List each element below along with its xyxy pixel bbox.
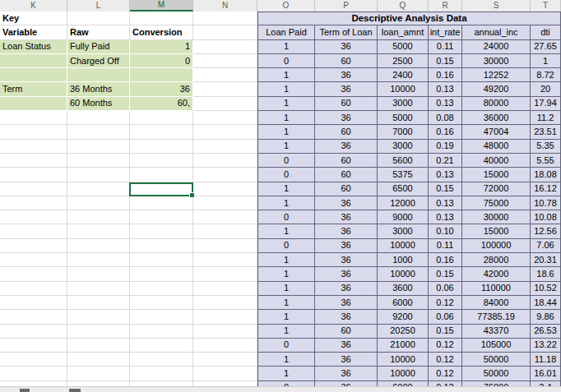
- column-header-Q[interactable]: Q: [378, 0, 429, 12]
- cell-K25[interactable]: [0, 353, 67, 367]
- cell-Q4[interactable]: 2500: [378, 54, 429, 68]
- cell-L16[interactable]: [67, 224, 130, 238]
- cell-R7[interactable]: 0.13: [429, 97, 462, 111]
- cell-L25[interactable]: [67, 353, 130, 367]
- cell-M10[interactable]: [130, 140, 193, 154]
- cell-Q24[interactable]: 21000: [378, 339, 429, 353]
- cell-S13[interactable]: 72000: [462, 182, 531, 196]
- cell-M9[interactable]: [130, 125, 193, 139]
- cell-T26[interactable]: 16.01: [531, 367, 561, 380]
- cell-R6[interactable]: 0.13: [429, 82, 462, 96]
- cell-M21[interactable]: [130, 296, 193, 310]
- cell-P3[interactable]: 36: [315, 40, 378, 54]
- cell-N16[interactable]: [193, 224, 257, 238]
- column-header-L[interactable]: L: [67, 0, 130, 12]
- column-header-O[interactable]: O: [257, 0, 315, 12]
- cell-K8[interactable]: [0, 111, 67, 125]
- cell-P14[interactable]: 36: [315, 196, 378, 210]
- cell-L15[interactable]: [67, 210, 130, 224]
- cell-L10[interactable]: [67, 140, 130, 154]
- cell-O4[interactable]: 0: [257, 54, 315, 68]
- cell-Q8[interactable]: 5000: [378, 111, 429, 125]
- cell-L3[interactable]: Fully Paid: [67, 40, 130, 54]
- cell-O5[interactable]: 1: [257, 68, 315, 82]
- cell-O15[interactable]: 0: [257, 210, 315, 224]
- column-header-N[interactable]: N: [193, 0, 257, 12]
- table-header-Loan Paid[interactable]: Loan Paid: [257, 25, 315, 39]
- cell-R25[interactable]: 0.12: [429, 353, 462, 367]
- cell-L4[interactable]: Charged Off: [67, 54, 130, 68]
- cell-M1[interactable]: [130, 12, 193, 25]
- cell-P19[interactable]: 36: [315, 267, 378, 281]
- cell-S12[interactable]: 15000: [462, 168, 531, 182]
- cell-P24[interactable]: 36: [315, 339, 378, 353]
- cell-M11[interactable]: [130, 154, 193, 168]
- cell-N6[interactable]: [193, 82, 257, 96]
- cell-O18[interactable]: 1: [257, 253, 315, 267]
- cell-K9[interactable]: [0, 125, 67, 139]
- cell-K10[interactable]: [0, 140, 67, 154]
- cell-Q9[interactable]: 7000: [378, 125, 429, 139]
- cell-N15[interactable]: [193, 210, 257, 224]
- table-title[interactable]: Descriptive Analysis Data: [257, 12, 561, 25]
- cell-L11[interactable]: [67, 154, 130, 168]
- cell-L9[interactable]: [67, 125, 130, 139]
- cell-Q3[interactable]: 5000: [378, 40, 429, 54]
- cell-T25[interactable]: 11.18: [531, 353, 561, 367]
- table-header-annual_inc[interactable]: annual_inc: [462, 25, 531, 39]
- cell-N18[interactable]: [193, 253, 257, 267]
- cell-P20[interactable]: 36: [315, 282, 378, 296]
- cell-M23[interactable]: [130, 325, 193, 339]
- cell-T16[interactable]: 12.56: [531, 224, 561, 238]
- cell-M16[interactable]: [130, 224, 193, 238]
- selected-cell[interactable]: [129, 182, 193, 197]
- cell-K6[interactable]: Term: [0, 82, 67, 96]
- cell-N22[interactable]: [193, 310, 257, 324]
- cell-R15[interactable]: 0.13: [429, 210, 462, 224]
- cell-O14[interactable]: 1: [257, 196, 315, 210]
- cell-R21[interactable]: 0.12: [429, 296, 462, 310]
- column-header-M[interactable]: M: [130, 0, 193, 12]
- cell-O20[interactable]: 1: [257, 282, 315, 296]
- cell-Q25[interactable]: 10000: [378, 353, 429, 367]
- cell-R23[interactable]: 0.15: [429, 325, 462, 339]
- cell-S24[interactable]: 105000: [462, 339, 531, 353]
- cell-S14[interactable]: 75000: [462, 196, 531, 210]
- cell-R16[interactable]: 0.10: [429, 224, 462, 238]
- cell-P4[interactable]: 60: [315, 54, 378, 68]
- cell-O10[interactable]: 1: [257, 140, 315, 154]
- cell-O23[interactable]: 1: [257, 325, 315, 339]
- cell-Q11[interactable]: 5600: [378, 154, 429, 168]
- column-header-P[interactable]: P: [315, 0, 378, 12]
- cell-L22[interactable]: [67, 310, 130, 324]
- cell-L26[interactable]: [67, 367, 130, 380]
- cell-P13[interactable]: 60: [315, 182, 378, 196]
- fill-handle-icon[interactable]: [189, 192, 195, 198]
- cell-O11[interactable]: 0: [257, 154, 315, 168]
- cell-S6[interactable]: 49200: [462, 82, 531, 96]
- cell-K18[interactable]: [0, 253, 67, 267]
- cell-L23[interactable]: [67, 325, 130, 339]
- cell-T14[interactable]: 10.78: [531, 196, 561, 210]
- cell-L2[interactable]: Raw: [67, 25, 130, 39]
- cell-P15[interactable]: 36: [315, 210, 378, 224]
- cell-L7[interactable]: 60 Months: [67, 97, 130, 111]
- cell-P22[interactable]: 36: [315, 310, 378, 324]
- cell-N17[interactable]: [193, 239, 257, 253]
- cell-Q26[interactable]: 10000: [378, 367, 429, 380]
- cell-K24[interactable]: [0, 339, 67, 353]
- sheet-tab-bar[interactable]: [0, 386, 561, 392]
- cell-M14[interactable]: [130, 196, 193, 210]
- cell-R18[interactable]: 0.16: [429, 253, 462, 267]
- cell-S10[interactable]: 48000: [462, 140, 531, 154]
- cell-M15[interactable]: [130, 210, 193, 224]
- cell-N23[interactable]: [193, 325, 257, 339]
- cell-T18[interactable]: 20.31: [531, 253, 561, 267]
- cell-T24[interactable]: 13.22: [531, 339, 561, 353]
- cell-L6[interactable]: 36 Months: [67, 82, 130, 96]
- cell-Q19[interactable]: 10000: [378, 267, 429, 281]
- cell-Q13[interactable]: 6500: [378, 182, 429, 196]
- cell-R12[interactable]: 0.13: [429, 168, 462, 182]
- cell-K13[interactable]: [0, 182, 67, 196]
- cell-P9[interactable]: 60: [315, 125, 378, 139]
